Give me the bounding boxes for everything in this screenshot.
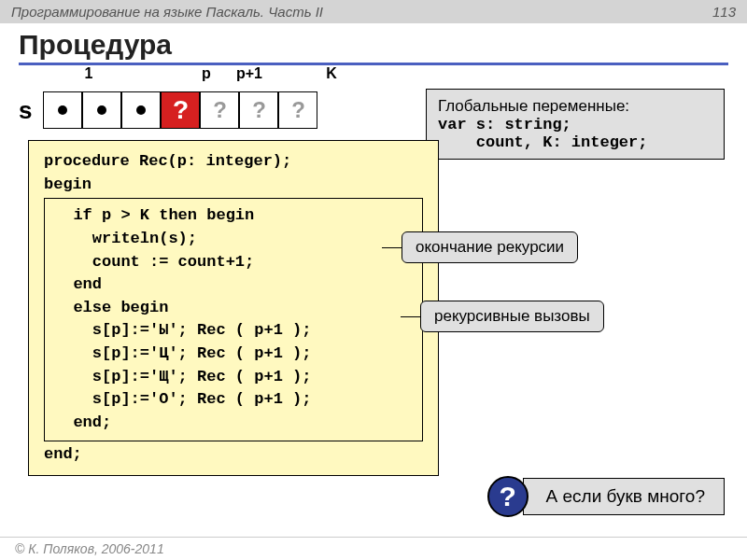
question-box: ? А если букв много? — [487, 476, 725, 517]
cell-filled — [121, 91, 161, 129]
code-l3: end; — [44, 443, 423, 467]
code-l2: begin — [44, 174, 423, 197]
cell-current: ? — [161, 91, 200, 129]
question-text: А если букв много? — [523, 478, 725, 515]
label-p: p — [187, 65, 226, 82]
slide-header: Программирование на языке Паскаль. Часть… — [0, 0, 747, 23]
label-p1: p+1 — [226, 65, 273, 82]
cell-empty: ? — [200, 91, 239, 129]
footer: © К. Поляков, 2006-2011 — [0, 537, 747, 560]
array-name: s — [19, 96, 32, 125]
cell-filled — [43, 91, 82, 129]
globals-caption: Глобальные переменные: — [438, 97, 712, 116]
title-bar: Процедура — [0, 23, 747, 63]
label-k: K — [312, 65, 351, 82]
cell-empty: ? — [239, 91, 278, 129]
globals-box: Глобальные переменные: var s: string; co… — [426, 89, 725, 160]
callout-recursive-calls: рекурсивные вызовы — [420, 301, 604, 332]
array-cells: ? ? ? ? — [43, 91, 317, 129]
array-labels-row: 1 p p+1 K — [0, 65, 747, 82]
label-1: 1 — [69, 65, 108, 82]
cell-filled — [82, 91, 121, 129]
page-number: 113 — [712, 4, 736, 20]
header-title: Программирование на языке Паскаль. Часть… — [11, 4, 323, 20]
code-inner: if p > K then begin writeln(s); count :=… — [44, 198, 423, 441]
globals-line1: var s: string; — [438, 116, 712, 133]
globals-line2: count, K: integer; — [438, 133, 712, 151]
code-l1: procedure Rec(p: integer); — [44, 150, 423, 174]
callout-recursion-end: окончание рекурсии — [402, 231, 578, 263]
code-block: procedure Rec(p: integer); begin if p > … — [28, 140, 439, 476]
cell-empty: ? — [278, 91, 317, 129]
question-icon: ? — [487, 476, 529, 517]
section-title: Процедура — [19, 29, 728, 61]
